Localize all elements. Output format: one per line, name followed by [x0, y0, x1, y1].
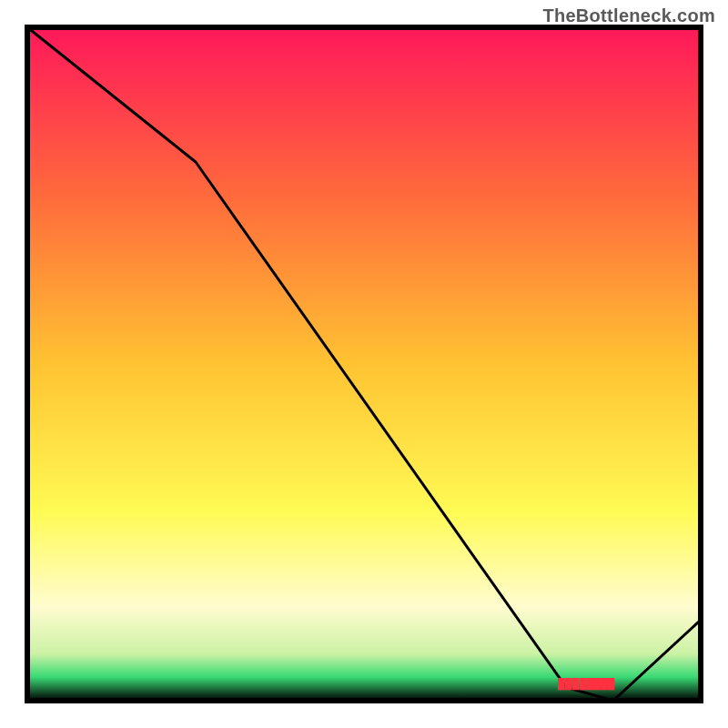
watermark-text: TheBottleneck.com: [542, 5, 715, 26]
bottleneck-chart: TheBottleneck.com ████████: [0, 0, 728, 728]
gradient-background: [27, 27, 701, 701]
optimal-annotation: ████████: [558, 677, 615, 691]
chart-canvas: ████████: [0, 0, 728, 728]
